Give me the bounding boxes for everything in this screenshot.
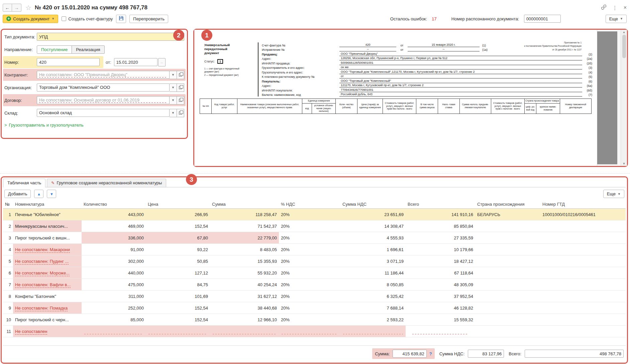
quantity-cell[interactable]: 311,000 xyxy=(82,291,146,302)
quantity-cell[interactable]: 443,000 xyxy=(82,209,146,220)
country-cell[interactable] xyxy=(475,220,540,232)
quantity-cell[interactable]: 252,000 xyxy=(82,302,146,314)
nomenclature-cell[interactable]: Не сопоставлен: Вафли в... xyxy=(13,279,82,291)
quantity-cell[interactable]: 85,000 xyxy=(82,314,146,326)
warehouse-open-button[interactable] xyxy=(177,109,184,117)
warehouse-input[interactable] xyxy=(37,109,170,117)
sum-total-input[interactable] xyxy=(393,350,427,358)
vat-sum-cell[interactable]: 11 186,44 xyxy=(340,267,406,279)
gtd-cell[interactable] xyxy=(540,279,626,291)
gtd-cell[interactable]: 10001000/010216/0005461 xyxy=(540,209,626,220)
gtd-cell[interactable] xyxy=(540,244,626,255)
col-vat[interactable]: % НДС xyxy=(279,200,340,209)
total-cell[interactable]: 37 952,54 xyxy=(406,291,475,302)
create-invoice-checkbox[interactable]: Создать счет-фактуру xyxy=(62,16,113,21)
nomenclature-cell[interactable]: Пирог тирольский с черн... xyxy=(13,314,82,326)
total-cell[interactable]: 10 179,66 xyxy=(406,244,475,255)
more-button-table[interactable]: Еще ▼ xyxy=(603,190,624,198)
counterparty-input[interactable] xyxy=(37,71,170,79)
gtd-cell[interactable] xyxy=(540,220,626,232)
sum-cell[interactable]: 12 966,10 xyxy=(210,314,279,326)
scroll-up-icon[interactable]: ▲ xyxy=(623,30,626,34)
contract-input[interactable] xyxy=(37,96,170,104)
vat-cell[interactable]: 20% xyxy=(279,232,340,244)
vat-cell[interactable]: 20% xyxy=(279,302,340,314)
sum-cell[interactable]: 22 779,00 xyxy=(210,232,279,244)
document-page[interactable]: Приложение № 1 к постановлению Правитель… xyxy=(194,30,597,166)
total-cell[interactable]: 48 305,09 xyxy=(406,279,475,291)
vat-sum-cell[interactable] xyxy=(340,326,406,337)
col-total[interactable]: Всего xyxy=(406,200,475,209)
gtd-cell[interactable] xyxy=(540,255,626,267)
quantity-cell[interactable]: 469,000 xyxy=(82,220,146,232)
nomenclature-cell[interactable]: Не сопоставлен: Помадка xyxy=(13,302,82,314)
date-input[interactable] xyxy=(114,58,158,66)
nomenclature-cell[interactable]: Печенье "Юбилейное" xyxy=(13,209,82,220)
help-icon[interactable]: ? xyxy=(429,351,432,356)
number-input[interactable] xyxy=(37,58,100,66)
table-row[interactable]: 8 Конфеты "Батончик" 311,000 101,69 31 6… xyxy=(3,291,626,302)
scroll-down-icon[interactable]: ▼ xyxy=(623,162,626,165)
counterparty-open-button[interactable] xyxy=(177,71,184,79)
vat-sum-cell[interactable]: 1 696,61 xyxy=(340,244,406,255)
total-cell[interactable]: 46 128,82 xyxy=(406,302,475,314)
price-cell[interactable] xyxy=(146,326,210,337)
gtd-cell[interactable] xyxy=(540,291,626,302)
col-price[interactable]: Цена xyxy=(146,200,210,209)
tab-group-create[interactable]: ✎ Групповое создание нераспознанной номе… xyxy=(47,179,166,187)
col-sum[interactable]: Сумма xyxy=(210,200,279,209)
gtd-cell[interactable] xyxy=(540,314,626,326)
price-cell[interactable]: 152,54 xyxy=(146,302,210,314)
table-row[interactable]: 10 Пирог тирольский с черн... 85,000 152… xyxy=(3,314,626,326)
organization-dropdown-button[interactable]: ▼ xyxy=(170,83,177,92)
vat-cell[interactable]: 20% xyxy=(279,291,340,302)
vat-cell[interactable]: 20% xyxy=(279,209,340,220)
nomenclature-cell[interactable]: Пирог тирольский с вишн... xyxy=(13,232,82,244)
counterparty-dropdown-button[interactable]: ▼ xyxy=(170,71,177,79)
vat-cell[interactable]: 20% xyxy=(279,220,340,232)
total-cell[interactable]: 67 118,64 xyxy=(406,267,475,279)
quantity-cell[interactable]: 475,000 xyxy=(82,279,146,291)
favorite-star-icon[interactable]: ☆ xyxy=(25,4,31,12)
direction-sale-button[interactable]: Реализация xyxy=(72,45,104,54)
col-vat-sum[interactable]: Сумма НДС xyxy=(340,200,406,209)
table-row[interactable]: 6 Не сопоставлен: Мороже... 440,000 127,… xyxy=(3,267,626,279)
contract-open-button[interactable] xyxy=(177,96,184,105)
col-gtd[interactable]: Номер ГТД xyxy=(540,200,626,209)
vat-sum-cell[interactable]: 7 688,14 xyxy=(340,302,406,314)
nomenclature-cell[interactable]: Конфеты "Батончик" xyxy=(13,291,82,302)
vat-sum-cell[interactable]: 8 050,85 xyxy=(340,279,406,291)
table-row[interactable]: 4 Не сопоставлен: Макарони 91,000 93,22 … xyxy=(3,244,626,255)
create-document-button[interactable]: + Создать документ ▼ xyxy=(3,15,58,23)
nomenclature-cell[interactable]: Не сопоставлен: Мороже... xyxy=(13,267,82,279)
vat-cell[interactable]: 20% xyxy=(279,255,340,267)
price-cell[interactable]: 101,69 xyxy=(146,291,210,302)
organization-input[interactable] xyxy=(37,83,170,92)
quantity-cell[interactable] xyxy=(82,326,146,337)
vat-cell[interactable]: 20% xyxy=(279,314,340,326)
sum-cell[interactable] xyxy=(210,326,279,337)
add-row-button[interactable]: Добавить xyxy=(4,190,31,198)
sum-cell[interactable]: 40 254,24 xyxy=(210,279,279,291)
sum-cell[interactable]: 31 627,12 xyxy=(210,291,279,302)
country-cell[interactable] xyxy=(475,267,540,279)
price-cell[interactable]: 93,22 xyxy=(146,244,210,255)
nomenclature-cell[interactable]: Миникруассаны классич... xyxy=(13,220,82,232)
country-cell[interactable] xyxy=(475,291,540,302)
panel-splitter[interactable] xyxy=(0,173,630,174)
date-picker-button[interactable]: ... xyxy=(158,58,166,66)
table-row[interactable]: 11 Не сопоставлен xyxy=(3,326,626,337)
price-cell[interactable]: 50,85 xyxy=(146,255,210,267)
country-cell[interactable] xyxy=(475,326,540,337)
quantity-cell[interactable]: 440,000 xyxy=(82,267,146,279)
total-cell[interactable]: 85 850,84 xyxy=(406,220,475,232)
price-cell[interactable]: 152,54 xyxy=(146,220,210,232)
tab-table-part[interactable]: Табличная часть xyxy=(3,179,45,187)
doc-type-input[interactable] xyxy=(37,33,184,41)
price-cell[interactable]: 152,54 xyxy=(146,314,210,326)
total-cell[interactable]: 15 559,32 xyxy=(406,314,475,326)
total-cell[interactable]: 18 427,12 xyxy=(406,255,475,267)
quantity-cell[interactable]: 302,000 xyxy=(82,255,146,267)
scroll-thumb[interactable] xyxy=(622,35,626,58)
vat-sum-cell[interactable]: 3 071,19 xyxy=(340,255,406,267)
